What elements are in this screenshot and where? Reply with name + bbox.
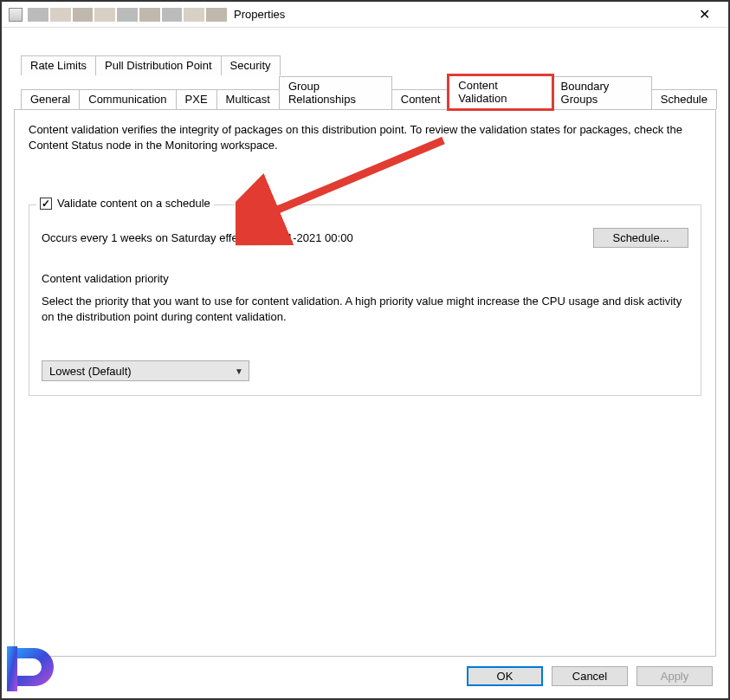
- dialog-buttons: OK Cancel Apply: [467, 666, 713, 686]
- tab-security[interactable]: Security: [221, 55, 281, 75]
- tab-general[interactable]: General: [21, 89, 80, 109]
- tab-content[interactable]: Content: [391, 89, 450, 109]
- priority-dropdown-value: Lowest (Default): [49, 365, 132, 378]
- schedule-summary-text: Occurs every 1 weeks on Saturday effecti…: [42, 231, 576, 244]
- priority-heading: Content validation priority: [42, 272, 688, 285]
- tab-content-validation[interactable]: Content Validation: [449, 75, 552, 109]
- redacted-host-name: [28, 8, 227, 22]
- tab-multicast[interactable]: Multicast: [216, 89, 280, 109]
- close-icon: ✕: [699, 6, 710, 23]
- validate-schedule-group: Validate content on a schedule Occurs ev…: [29, 204, 701, 396]
- tab-pxe[interactable]: PXE: [176, 89, 217, 109]
- titlebar: Properties ✕: [2, 2, 728, 28]
- tab-strip: Rate Limits Pull Distribution Point Secu…: [14, 55, 716, 109]
- close-button[interactable]: ✕: [687, 3, 721, 27]
- tab-group-relationships[interactable]: Group Relationships: [279, 76, 392, 109]
- priority-description: Select the priority that you want to use…: [42, 294, 682, 324]
- apply-button[interactable]: Apply: [636, 666, 713, 686]
- chevron-down-icon: ▼: [235, 366, 243, 376]
- validate-schedule-label: Validate content on a schedule: [57, 197, 210, 210]
- dialog-client-area: Rate Limits Pull Distribution Point Secu…: [2, 28, 728, 698]
- tab-panel-content-validation: Content validation verifies the integrit…: [14, 109, 716, 657]
- ok-button[interactable]: OK: [467, 666, 543, 686]
- tab-schedule[interactable]: Schedule: [651, 89, 717, 109]
- schedule-button[interactable]: Schedule...: [593, 228, 688, 248]
- tab-communication[interactable]: Communication: [79, 89, 176, 109]
- window-title: Properties: [234, 8, 285, 21]
- window-icon: [9, 8, 23, 22]
- tab-boundary-groups[interactable]: Boundary Groups: [552, 76, 652, 109]
- priority-dropdown[interactable]: Lowest (Default) ▼: [42, 360, 249, 381]
- tab-pull-distribution-point[interactable]: Pull Distribution Point: [95, 55, 222, 75]
- tab-rate-limits[interactable]: Rate Limits: [21, 55, 96, 75]
- validate-schedule-checkbox[interactable]: [40, 198, 52, 210]
- intro-text: Content validation verifies the integrit…: [29, 122, 695, 152]
- cancel-button[interactable]: Cancel: [552, 666, 628, 686]
